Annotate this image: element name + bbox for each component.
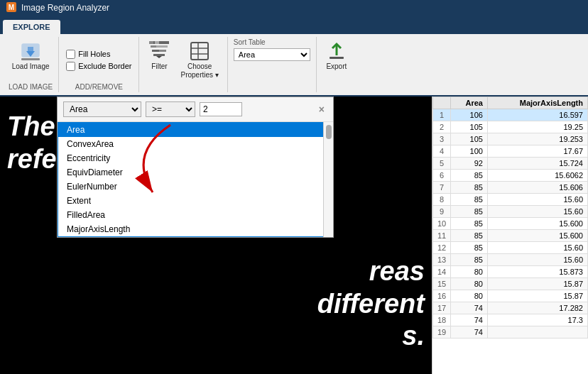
- cell-num: 3: [433, 133, 451, 145]
- table-panel: Area MajorAxisLength 1 106 16.597 2 105 …: [432, 97, 588, 374]
- svg-rect-13: [153, 54, 165, 56]
- table-row: 8 85 15.60: [433, 194, 588, 206]
- table-row: 4 100 17.67: [433, 145, 588, 158]
- cell-area: 85: [451, 254, 488, 266]
- load-image-label: Load Image: [12, 62, 50, 71]
- svg-marker-14: [156, 56, 162, 58]
- export-icon: [325, 40, 348, 62]
- sort-table-select[interactable]: Area MajorAxisLength Eccentricity: [234, 48, 310, 61]
- cell-area: 80: [451, 290, 488, 302]
- table-header-area: Area: [451, 97, 488, 109]
- cell-num: 7: [433, 182, 451, 194]
- filter-value-input[interactable]: [200, 102, 242, 116]
- add-remove-group-label: ADD/REMOVE: [75, 82, 123, 91]
- cell-major: 15.60: [487, 194, 587, 206]
- table-row: 14 80 15.873: [433, 266, 588, 278]
- image-text-line4: different: [317, 288, 425, 321]
- ribbon-group-sort: Sort Table Area MajorAxisLength Eccentri…: [228, 37, 317, 92]
- exclude-border-label: Exclude Border: [78, 62, 131, 70]
- load-image-button[interactable]: Load Image: [9, 38, 53, 72]
- cell-major: 17.3: [487, 314, 587, 326]
- filter-list-item-filled_area[interactable]: FilledArea: [58, 208, 332, 222]
- filter-list-item-eccentricity[interactable]: Eccentricity: [58, 151, 332, 165]
- add-remove-content: Fill Holes Exclude Border: [65, 38, 133, 82]
- svg-rect-12: [152, 50, 159, 52]
- table-row: 15 80 15.87: [433, 278, 588, 290]
- filter-button[interactable]: Filter: [145, 38, 173, 72]
- cell-area: 85: [451, 242, 488, 254]
- cell-major: 15.60: [487, 242, 587, 254]
- image-area: The term refers to reas different s. Are…: [0, 97, 432, 374]
- table-row: 10 85 15.600: [433, 218, 588, 230]
- exclude-border-checkbox[interactable]: [66, 62, 75, 71]
- cell-area: 100: [451, 145, 488, 158]
- filter-list-container: AreaConvexAreaEccentricityEquivDiameterE…: [58, 122, 333, 237]
- export-content: Export: [322, 38, 351, 82]
- cell-num: 1: [433, 109, 451, 121]
- svg-rect-7: [149, 41, 153, 44]
- table-row: 1 106 16.597: [433, 109, 588, 121]
- table-row: 12 85 15.60: [433, 242, 588, 254]
- table-row: 3 105 19.253: [433, 133, 588, 145]
- export-label: Export: [326, 62, 347, 71]
- choose-properties-button[interactable]: Choose Properties ▾: [178, 38, 221, 81]
- sort-table-group: Sort Table Area MajorAxisLength Eccentri…: [234, 38, 310, 61]
- filter-dropdown: Area ConvexArea Eccentricity EquivDiamet…: [57, 97, 334, 238]
- exclude-border-checkbox-label[interactable]: Exclude Border: [65, 61, 133, 72]
- filter-list-item-extent[interactable]: Extent: [58, 194, 332, 208]
- cell-major: 17.282: [487, 302, 587, 314]
- filter-list-item-euler_number[interactable]: EulerNumber: [58, 180, 332, 194]
- cell-num: 12: [433, 242, 451, 254]
- cell-num: 6: [433, 170, 451, 182]
- table-header-major: MajorAxisLength: [487, 97, 587, 109]
- filter-close-button[interactable]: ×: [316, 104, 327, 115]
- filter-list: AreaConvexAreaEccentricityEquivDiameterE…: [58, 122, 333, 237]
- filter-property-select[interactable]: Area ConvexArea Eccentricity EquivDiamet…: [63, 101, 141, 117]
- sort-table-label: Sort Table: [234, 38, 310, 46]
- filter-list-item-major_axis_length[interactable]: MajorAxisLength: [58, 222, 332, 236]
- filter-icon: [148, 40, 170, 62]
- filter-list-item-convex_area[interactable]: ConvexArea: [58, 137, 332, 151]
- fill-holes-checkbox[interactable]: [66, 50, 75, 59]
- cell-num: 8: [433, 194, 451, 206]
- tab-explore[interactable]: EXPLORE: [3, 20, 60, 34]
- table-header-num: [433, 97, 451, 109]
- cell-major: 19.25: [487, 121, 587, 133]
- table-row: 13 85 15.60: [433, 254, 588, 266]
- filter-operator-select[interactable]: >= <= > < ==: [146, 101, 195, 117]
- cell-area: 105: [451, 121, 488, 133]
- filter-list-item-area[interactable]: Area: [58, 123, 332, 137]
- choose-properties-icon: [188, 40, 211, 62]
- filter-row: Area ConvexArea Eccentricity EquivDiamet…: [58, 97, 333, 122]
- add-remove-buttons: Fill Holes Exclude Border: [65, 38, 133, 82]
- cell-num: 4: [433, 145, 451, 158]
- cell-major: 15.60: [487, 206, 587, 218]
- filter-list-item-equiv_diameter[interactable]: EquivDiameter: [58, 165, 332, 180]
- table-row: 17 74 17.282: [433, 302, 588, 314]
- cell-area: 85: [451, 182, 488, 194]
- ribbon-group-export: Export Export: [317, 37, 356, 92]
- cell-area: 85: [451, 230, 488, 242]
- ribbon-group-load-image: Load Image LOAD IMAGE: [3, 37, 59, 92]
- cell-num: 19: [433, 326, 451, 339]
- svg-rect-8: [155, 41, 159, 44]
- cell-area: 85: [451, 194, 488, 206]
- cell-num: 11: [433, 230, 451, 242]
- svg-rect-10: [151, 45, 156, 48]
- cell-major: 15.60: [487, 254, 587, 266]
- image-text-line5: s.: [317, 320, 425, 353]
- filter-list-scrollbar[interactable]: [323, 122, 333, 237]
- cell-area: 74: [451, 314, 488, 326]
- svg-rect-5: [21, 58, 40, 60]
- cell-area: 80: [451, 278, 488, 290]
- svg-rect-20: [330, 57, 344, 59]
- cell-area: 80: [451, 266, 488, 278]
- fill-holes-checkbox-label[interactable]: Fill Holes: [65, 49, 133, 60]
- export-button[interactable]: Export: [322, 38, 351, 72]
- filter-content: Filter Choose Properties ▾: [145, 38, 221, 82]
- cell-num: 18: [433, 314, 451, 326]
- cell-num: 16: [433, 290, 451, 302]
- cell-major: 15.873: [487, 266, 587, 278]
- cell-major: 15.600: [487, 218, 587, 230]
- cell-area: 85: [451, 218, 488, 230]
